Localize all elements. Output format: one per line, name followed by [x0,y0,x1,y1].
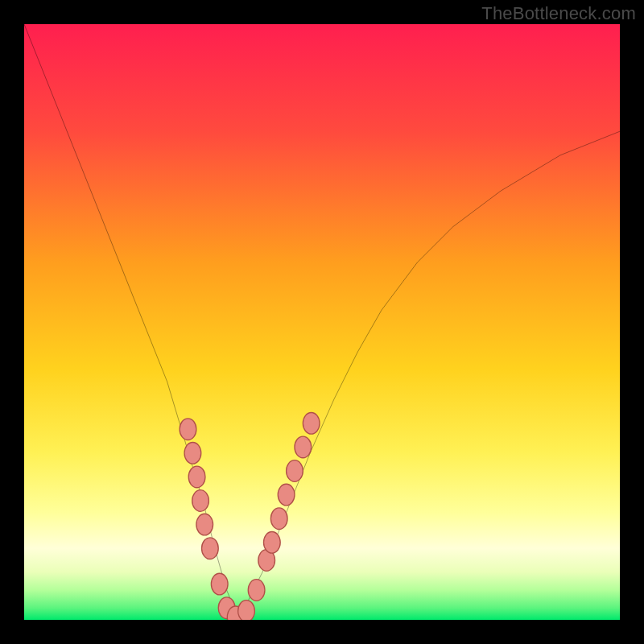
curve-marker [287,460,303,482]
curve-marker [184,442,201,464]
curve-marker [303,412,320,434]
curve-marker [278,484,295,506]
curve-marker [238,601,255,620]
watermark-text: TheBottleneck.com [481,3,636,24]
chart-frame: TheBottleneck.com [0,0,644,644]
curve-marker [270,508,287,530]
curve-marker [211,573,228,595]
curve-marker [295,436,312,458]
bottleneck-curve [24,24,620,620]
curve-marker [248,580,265,601]
plot-area [24,24,620,620]
curve-marker [196,514,213,535]
curve-marker [192,490,209,512]
curve-marker [263,531,280,553]
curve-marker [180,419,196,440]
curve-marker [202,538,219,559]
curve-marker [188,466,205,488]
